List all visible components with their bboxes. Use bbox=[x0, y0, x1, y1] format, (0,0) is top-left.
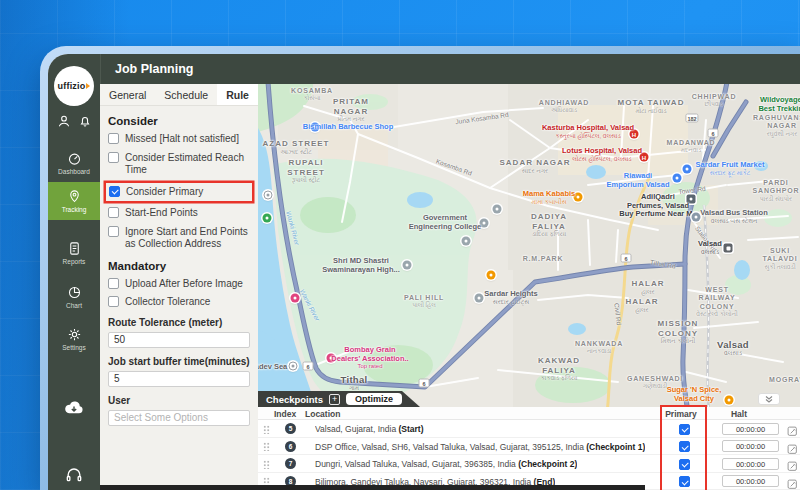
headset-icon[interactable] bbox=[64, 464, 84, 484]
map-road-label: Wanki River bbox=[285, 210, 301, 246]
sidebar-item-label: Settings bbox=[62, 344, 86, 351]
map-area-label: R.M.PARK bbox=[523, 255, 564, 263]
checkbox[interactable] bbox=[108, 226, 119, 237]
desktop-background: uffizio DashboardTrackingReportsChartSet… bbox=[0, 0, 800, 490]
map-area-label: HALARહાલર bbox=[632, 279, 665, 296]
gauge-icon bbox=[67, 151, 82, 166]
field-input-user[interactable]: Select Some Options bbox=[108, 410, 250, 426]
sidebar-item-label: Chart bbox=[66, 302, 82, 309]
field-label: Route Tolerance (meter) bbox=[108, 317, 250, 328]
halt-time-input[interactable]: 00:00:00 bbox=[722, 440, 779, 452]
uffizio-logo[interactable]: uffizio bbox=[54, 66, 94, 106]
map-poi-label: adev Sea bbox=[258, 363, 287, 372]
checkbox[interactable] bbox=[108, 207, 119, 218]
primary-checkbox[interactable] bbox=[679, 476, 690, 487]
map-poi-icon bbox=[724, 244, 733, 253]
map-area-label: WEST RAILWAY COLONYવેસ્ટ રેલ્વે કોલોની bbox=[688, 286, 746, 318]
edit-halt-icon[interactable] bbox=[787, 423, 798, 434]
chevron-down-icon bbox=[764, 395, 774, 403]
edit-halt-icon[interactable] bbox=[787, 441, 798, 452]
tab-general[interactable]: General bbox=[100, 84, 155, 105]
field-input-route[interactable]: 50 bbox=[108, 332, 250, 348]
form-field: Route Tolerance (meter)50 bbox=[108, 317, 250, 348]
gear-icon bbox=[67, 327, 82, 342]
sidebar-item-chart[interactable]: Chart bbox=[48, 278, 100, 316]
optimize-button[interactable]: Optimize bbox=[346, 393, 402, 405]
sidebar-item-dashboard[interactable]: Dashboard bbox=[48, 144, 100, 182]
checkbox-option[interactable]: Ignore Start and End Points as Collectio… bbox=[108, 226, 250, 251]
map-poi-label: Kasturba Hospital, Valsadકસ્તુરબા હોસ્પિ… bbox=[542, 124, 634, 140]
cloud-download-icon[interactable] bbox=[62, 398, 86, 416]
checkpoints-toolbar: Checkpoints + Optimize bbox=[258, 391, 800, 407]
highway-shield: 6 bbox=[303, 362, 314, 371]
drag-handle-icon[interactable] bbox=[263, 425, 270, 434]
checkbox[interactable] bbox=[108, 296, 119, 307]
map-area-label: Valsadવલસાડ bbox=[717, 339, 749, 358]
checkbox-option[interactable]: Start-End Points bbox=[108, 207, 250, 220]
checkbox-option[interactable]: Missed [Halt not satisfied] bbox=[108, 133, 250, 146]
checkbox-label: Consider Estimated Reach Time bbox=[125, 152, 250, 177]
checkbox-option[interactable]: Consider Estimated Reach Time bbox=[108, 152, 250, 177]
map-poi-label: Sardar Fruit Marketસરદાર ફ્રૂટ માર્કેટ bbox=[696, 161, 765, 177]
sidebar-item-settings[interactable]: Settings bbox=[48, 320, 100, 358]
bell-icon[interactable] bbox=[78, 114, 92, 128]
map-area-label: ANDHIAWADઅંધિયાવાડ bbox=[539, 99, 589, 115]
map-poi-label: RiawadiEmporium Valsad bbox=[607, 172, 670, 189]
edit-halt-icon[interactable] bbox=[787, 476, 798, 487]
map-area-label: PALI HILLપાલી હિલ bbox=[404, 294, 444, 310]
halt-time-input[interactable]: 00:00:00 bbox=[722, 423, 779, 435]
map-poi-label: WildvoyagesBest Trekking bbox=[758, 96, 800, 113]
field-label: Job start buffer time(minutes) bbox=[108, 356, 250, 367]
tab-schedule[interactable]: Schedule bbox=[155, 84, 217, 105]
sidebar-item-label: Tracking bbox=[62, 206, 87, 213]
field-input-job[interactable]: 5 bbox=[108, 371, 250, 387]
map-poi-label: Mama Kababisમામા કબાબીસ bbox=[523, 190, 576, 206]
collapse-checkpoints-button[interactable] bbox=[758, 393, 780, 405]
primary-checkbox[interactable] bbox=[679, 424, 690, 435]
map-canvas[interactable]: KOSAMBAકોસંબાPRITAM NAGARપ્રીતમ નગરAZAD … bbox=[258, 84, 800, 407]
primary-checkbox[interactable] bbox=[679, 459, 690, 470]
checkbox[interactable] bbox=[108, 278, 119, 289]
map-area-label: SADAR NAGARસાદર નગર bbox=[500, 158, 571, 175]
map-marker-dot bbox=[291, 294, 300, 303]
edit-halt-icon[interactable] bbox=[787, 458, 798, 469]
highway-shield: 182 bbox=[685, 114, 698, 123]
tab-bar: GeneralScheduleRule bbox=[100, 84, 258, 106]
sidebar-item-label: Dashboard bbox=[58, 168, 90, 175]
add-checkpoint-button[interactable]: + bbox=[329, 394, 340, 405]
file-icon bbox=[67, 241, 82, 256]
checkbox[interactable] bbox=[108, 133, 119, 144]
column-header-primary: Primary bbox=[665, 409, 697, 419]
map-poi-label: Valsad Bus Stationવલસાડ બસ સ્ટેશન bbox=[700, 209, 768, 225]
checkpoints-table: Index Location Primary Halt 5Valsad, Guj… bbox=[258, 407, 800, 490]
checkbox-option[interactable]: Upload After Before Image bbox=[108, 278, 250, 291]
halt-time-input[interactable]: 00:00:00 bbox=[722, 475, 779, 487]
location-cell: Valsad, Gujarat, India (Start) bbox=[315, 424, 424, 434]
map-area-label: SUKI TALAVDIસુકી તલાવડી bbox=[763, 247, 798, 271]
sidebar-item-reports[interactable]: Reports bbox=[48, 234, 100, 272]
map-area-label: AZAD STREETઆઝાદ સ્ટ્રીટ bbox=[263, 139, 330, 156]
logo-text: uffizio bbox=[58, 81, 86, 91]
pie-icon bbox=[67, 285, 82, 300]
mandatory-heading: Mandatory bbox=[108, 260, 250, 272]
map-poi-label: AdilQadriPerfumes, ValsadBuy Perfume Nea… bbox=[619, 193, 697, 219]
sidebar-item-tracking[interactable]: Tracking bbox=[48, 182, 100, 220]
map-poi-label: GovernmentEngineering College bbox=[409, 214, 482, 231]
tab-rule[interactable]: Rule bbox=[217, 84, 258, 105]
map-area-label: HALARહાલર bbox=[626, 297, 659, 314]
map-poi-label: Shri MD ShastriSwaminarayan High... bbox=[322, 257, 400, 274]
checkbox[interactable] bbox=[109, 186, 120, 197]
drag-handle-icon[interactable] bbox=[263, 460, 270, 469]
checkpoints-tab: Checkpoints + Optimize bbox=[258, 391, 420, 407]
halt-time-input[interactable]: 00:00:00 bbox=[722, 458, 779, 470]
map-road-label: Juna Kosamba Rd bbox=[455, 111, 509, 125]
checkbox-option[interactable]: Consider Primary bbox=[106, 183, 252, 202]
user-icon[interactable] bbox=[57, 114, 71, 128]
checkbox-label: Collector Tolerance bbox=[125, 296, 210, 309]
checkbox[interactable] bbox=[108, 152, 119, 163]
primary-checkbox[interactable] bbox=[679, 441, 690, 452]
drag-handle-icon[interactable] bbox=[263, 442, 270, 451]
map-poi-icon bbox=[289, 362, 298, 371]
checkbox-option[interactable]: Collector Tolerance bbox=[108, 296, 250, 309]
map-marker-dot bbox=[462, 237, 471, 246]
